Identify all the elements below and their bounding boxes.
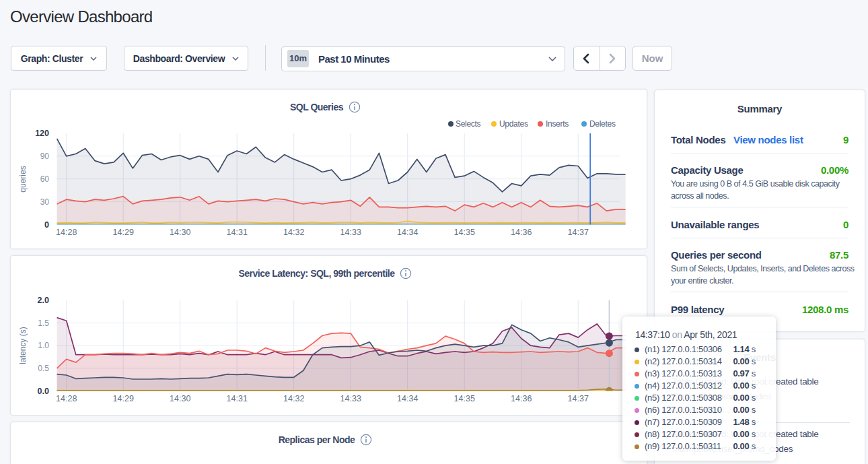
svg-text:0.0: 0.0 <box>38 387 49 396</box>
svg-text:30: 30 <box>40 197 50 207</box>
svg-text:14:32: 14:32 <box>283 394 304 403</box>
svg-text:0.5: 0.5 <box>38 364 49 373</box>
svg-text:90: 90 <box>40 152 50 161</box>
svg-text:14:29: 14:29 <box>113 394 134 403</box>
svg-text:14:31: 14:31 <box>227 394 248 403</box>
svg-text:14:31: 14:31 <box>227 228 248 237</box>
svg-text:14:35: 14:35 <box>454 228 475 237</box>
svg-text:120: 120 <box>35 129 49 138</box>
svg-text:14:37: 14:37 <box>568 394 589 403</box>
svg-text:14:37: 14:37 <box>568 228 589 237</box>
svg-text:queries: queries <box>18 166 28 192</box>
svg-text:14:35: 14:35 <box>454 394 475 403</box>
svg-text:14:30: 14:30 <box>170 394 190 403</box>
svg-text:2.0: 2.0 <box>38 296 49 305</box>
svg-text:14:32: 14:32 <box>283 228 304 237</box>
svg-text:60: 60 <box>40 174 50 184</box>
svg-text:0: 0 <box>44 220 49 230</box>
svg-text:latency (s): latency (s) <box>18 327 28 364</box>
svg-text:14:33: 14:33 <box>340 228 361 237</box>
svg-text:14:34: 14:34 <box>397 228 418 237</box>
svg-text:14:29: 14:29 <box>113 228 134 237</box>
svg-text:14:36: 14:36 <box>511 228 532 237</box>
svg-text:14:28: 14:28 <box>56 228 77 237</box>
svg-text:14:30: 14:30 <box>170 228 190 237</box>
svg-text:1.0: 1.0 <box>38 341 49 350</box>
svg-text:14:28: 14:28 <box>56 394 77 403</box>
svg-text:14:34: 14:34 <box>397 394 418 403</box>
svg-text:14:33: 14:33 <box>340 394 361 403</box>
svg-text:1.5: 1.5 <box>38 319 49 328</box>
svg-text:14:36: 14:36 <box>511 394 532 403</box>
